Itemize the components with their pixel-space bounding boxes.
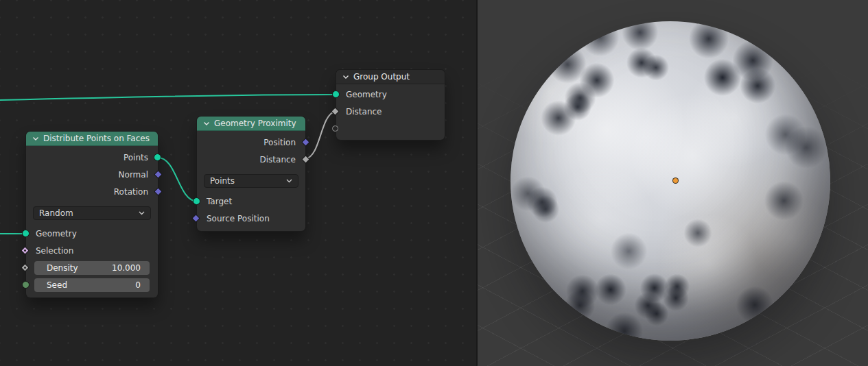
node-geometry-proximity[interactable]: Geometry Proximity Position Distance Poi… <box>197 117 305 231</box>
socket-row-distance-output: Distance <box>336 103 445 120</box>
seed-value-slider[interactable]: Seed 0 <box>34 278 150 292</box>
geometry-node-editor[interactable]: Distribute Points on Faces Points Normal… <box>0 0 476 366</box>
socket-label: Geometry <box>346 90 387 99</box>
socket-row-geometry-output: Geometry <box>336 86 445 103</box>
density-value-slider[interactable]: Density 10.000 <box>34 261 150 275</box>
socket-row-position: Position <box>197 134 305 151</box>
field-label: Seed <box>47 280 67 290</box>
field-label: Density <box>47 263 78 273</box>
distribution-method-dropdown[interactable]: Random <box>33 206 151 220</box>
socket-label: Target <box>207 197 232 206</box>
node-header-group-output[interactable]: Group Output <box>336 70 445 84</box>
socket-label: Rotation <box>114 187 148 197</box>
socket-row-rotation: Rotation <box>26 183 158 200</box>
3d-viewport[interactable] <box>476 0 868 366</box>
node-group-output[interactable]: Group Output Geometry Distance <box>336 70 445 140</box>
chevron-down-icon[interactable] <box>32 136 39 141</box>
node-header-proximity[interactable]: Geometry Proximity <box>197 117 305 131</box>
seed-input-socket[interactable] <box>22 281 30 289</box>
chevron-down-icon <box>139 211 145 215</box>
socket-row-virtual <box>336 120 445 137</box>
sphere-object[interactable] <box>511 21 830 341</box>
socket-row-source-position: Source Position <box>197 210 305 227</box>
chevron-down-icon[interactable] <box>342 75 349 80</box>
socket-row-seed: Seed 0 <box>26 276 158 293</box>
target-element-dropdown[interactable]: Points <box>204 174 298 188</box>
field-value: 0 <box>135 280 141 290</box>
geometry-input-socket[interactable] <box>22 230 30 237</box>
socket-row-geometry: Geometry <box>26 225 158 242</box>
link-points-to-target <box>158 158 197 202</box>
chevron-down-icon <box>286 179 292 183</box>
socket-label: Points <box>124 153 148 162</box>
link-distance-to-group-output <box>305 111 336 159</box>
virtual-extension-socket[interactable] <box>332 125 338 132</box>
node-title: Geometry Proximity <box>214 119 296 128</box>
socket-label: Selection <box>36 246 73 256</box>
points-output-socket[interactable] <box>154 154 161 161</box>
socket-label: Normal <box>119 170 148 180</box>
socket-row-normal: Normal <box>26 166 158 183</box>
field-value: 10.000 <box>112 263 141 273</box>
target-input-socket[interactable] <box>193 197 200 205</box>
socket-label: Distance <box>260 155 296 164</box>
link-geometry-to-group-output <box>0 95 336 100</box>
socket-row-points: Points <box>26 149 158 166</box>
dropdown-value: Random <box>39 208 73 218</box>
chevron-down-icon[interactable] <box>203 121 210 126</box>
socket-row-selection: Selection <box>26 242 158 259</box>
socket-label: Position <box>263 138 296 147</box>
node-distribute-points-on-faces[interactable]: Distribute Points on Faces Points Normal… <box>26 132 158 297</box>
socket-label: Geometry <box>36 229 77 239</box>
socket-label: Source Position <box>207 214 270 223</box>
object-origin-indicator <box>672 178 679 184</box>
group-output-geometry-socket[interactable] <box>332 90 340 98</box>
socket-row-density: Density 10.000 <box>26 259 158 276</box>
socket-label: Distance <box>346 107 382 117</box>
socket-row-distance: Distance <box>197 151 305 168</box>
socket-row-target: Target <box>197 193 305 210</box>
node-title: Group Output <box>353 72 410 82</box>
node-header-distribute[interactable]: Distribute Points on Faces <box>26 132 158 146</box>
node-title: Distribute Points on Faces <box>43 134 150 143</box>
dropdown-value: Points <box>210 176 235 186</box>
blender-window: Distribute Points on Faces Points Normal… <box>0 0 868 366</box>
